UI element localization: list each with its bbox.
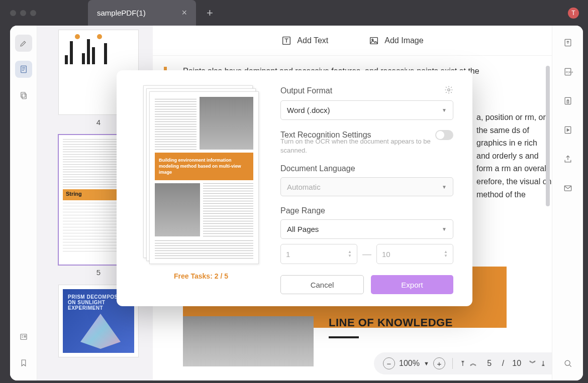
search-icon[interactable] bbox=[561, 356, 575, 370]
edit-toolbar: Add Text Add Image bbox=[153, 26, 552, 56]
left-rail bbox=[10, 26, 37, 380]
last-page-icon[interactable]: ⤓ bbox=[540, 359, 546, 367]
chevron-down-icon: ▼ bbox=[442, 184, 447, 190]
maximize-dot[interactable] bbox=[30, 10, 36, 16]
output-format-label: Output Format bbox=[280, 86, 332, 95]
svg-rect-11 bbox=[567, 101, 568, 103]
add-text-button[interactable]: Add Text bbox=[281, 35, 328, 46]
vertical-scrollbar[interactable] bbox=[546, 66, 550, 206]
range-value: All Pages bbox=[287, 225, 319, 233]
new-tab-button[interactable]: + bbox=[207, 7, 213, 20]
export-icon[interactable] bbox=[561, 36, 575, 50]
page-range-select[interactable]: All Pages ▼ bbox=[280, 219, 453, 239]
svg-rect-13 bbox=[564, 186, 571, 191]
page-list-icon[interactable] bbox=[15, 61, 32, 78]
zoom-value: 100% bbox=[399, 359, 420, 368]
first-page-icon[interactable]: ⤒ bbox=[460, 359, 466, 367]
range-from-value: 1 bbox=[286, 250, 290, 259]
range-to-input[interactable]: 10 ▲▼ bbox=[376, 244, 453, 264]
avatar[interactable]: T bbox=[568, 8, 579, 19]
page-total: 10 bbox=[508, 359, 525, 368]
svg-rect-1 bbox=[22, 94, 26, 99]
share-icon[interactable] bbox=[561, 152, 575, 166]
document-tab[interactable]: samplePDF(1) × bbox=[88, 0, 196, 26]
ocr-toggle[interactable] bbox=[435, 130, 453, 140]
output-format-select[interactable]: Word (.docx) ▼ bbox=[280, 100, 453, 120]
lock-icon[interactable] bbox=[561, 94, 575, 108]
export-button[interactable]: Export bbox=[371, 275, 453, 294]
chevron-down-icon: ▼ bbox=[442, 107, 447, 113]
tab-title: samplePDF(1) bbox=[97, 9, 146, 17]
play-icon[interactable] bbox=[561, 123, 575, 137]
form-icon[interactable] bbox=[15, 328, 32, 345]
zoom-in-button[interactable]: + bbox=[433, 357, 445, 369]
page-text-right: a, position or rm, or the same ds of gra… bbox=[476, 111, 552, 201]
zoom-dropdown-icon[interactable]: ▼ bbox=[424, 360, 429, 366]
svg-point-14 bbox=[565, 360, 570, 365]
knowledge-title: LINE OF KNOWLEDGE bbox=[329, 316, 453, 329]
output-format-value: Word (.docx) bbox=[287, 106, 330, 114]
zoom-out-button[interactable]: − bbox=[383, 357, 395, 369]
next-page-icon[interactable]: ︾ bbox=[529, 359, 536, 368]
minimize-dot[interactable] bbox=[20, 10, 26, 16]
language-label: Document Language bbox=[280, 164, 355, 173]
string-label: String bbox=[66, 191, 82, 197]
preview-caption: Building environment information modelin… bbox=[155, 153, 253, 180]
right-rail: PDF/A bbox=[552, 26, 583, 380]
window-controls bbox=[10, 10, 36, 16]
mail-icon[interactable] bbox=[561, 181, 575, 195]
close-dot[interactable] bbox=[10, 10, 16, 16]
add-image-label: Add Image bbox=[384, 36, 423, 45]
export-modal: Building environment information modelin… bbox=[117, 70, 472, 306]
svg-rect-5 bbox=[370, 37, 378, 44]
page-sep: / bbox=[502, 359, 504, 368]
range-to-value: 10 bbox=[382, 250, 390, 259]
zoom-bar: − 100% ▼ + ⤒ ︽ / 10 ︾ ⤓ ✕ bbox=[374, 352, 552, 374]
prev-page-icon[interactable]: ︽ bbox=[470, 359, 477, 368]
gear-icon[interactable] bbox=[444, 85, 453, 96]
chevron-down-icon: ▼ bbox=[442, 226, 447, 232]
underline bbox=[329, 336, 359, 338]
language-value: Automatic bbox=[287, 183, 321, 191]
svg-text:PDF/A: PDF/A bbox=[565, 71, 572, 74]
svg-rect-2 bbox=[21, 92, 25, 97]
titlebar: samplePDF(1) × + T bbox=[0, 0, 588, 26]
knowledge-image bbox=[183, 316, 314, 366]
close-tab-icon[interactable]: × bbox=[181, 8, 187, 18]
copy-icon[interactable] bbox=[15, 87, 32, 104]
svg-point-15 bbox=[448, 89, 450, 91]
cancel-button[interactable]: Cancel bbox=[280, 275, 364, 294]
page-preview-stack: Building environment information modelin… bbox=[143, 85, 259, 266]
ocr-description: Turn on the OCR when the document appear… bbox=[280, 137, 453, 155]
language-select[interactable]: Automatic ▼ bbox=[280, 177, 453, 197]
page-current-input[interactable] bbox=[481, 359, 498, 368]
bookmark-icon[interactable] bbox=[15, 354, 32, 371]
free-tasks-label: Free Tasks: 2 / 5 bbox=[174, 272, 228, 280]
add-text-label: Add Text bbox=[297, 36, 328, 45]
pdfa-icon[interactable]: PDF/A bbox=[561, 65, 575, 79]
range-label: Page Range bbox=[280, 206, 325, 215]
range-from-input[interactable]: 1 ▲▼ bbox=[280, 244, 357, 264]
add-image-button[interactable]: Add Image bbox=[368, 35, 423, 46]
svg-rect-0 bbox=[21, 66, 26, 73]
range-dash: — bbox=[362, 249, 371, 260]
highlighter-icon[interactable] bbox=[15, 35, 32, 52]
